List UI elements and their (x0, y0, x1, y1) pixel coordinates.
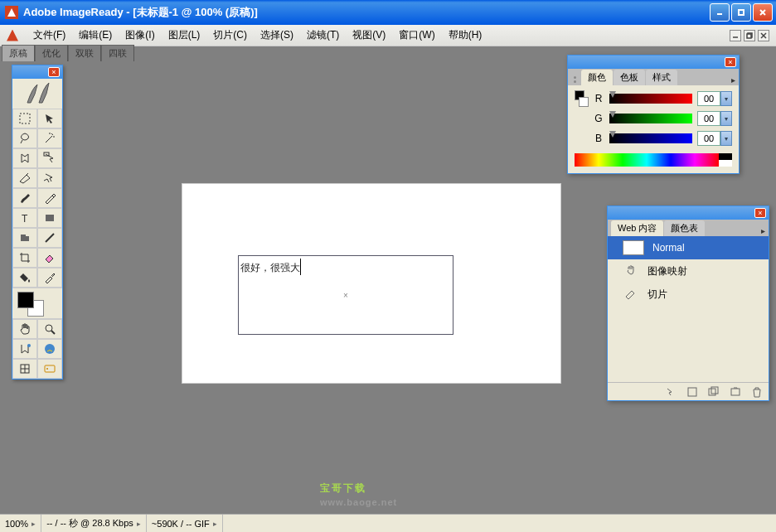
new-slice-icon[interactable] (686, 385, 699, 399)
tab-styles[interactable]: 样式 (646, 70, 677, 85)
menu-slices[interactable]: 切片(C) (206, 25, 254, 46)
wand-tool[interactable] (37, 128, 62, 148)
brush-tool[interactable] (12, 188, 37, 208)
marquee-tool[interactable] (12, 109, 37, 128)
tab-rect-tool[interactable] (12, 228, 37, 248)
color-panel-close-button[interactable]: × (725, 57, 736, 67)
center-mark-icon: × (343, 291, 348, 300)
web-item-slice[interactable]: 切片 (608, 283, 769, 306)
menu-image[interactable]: 图像(I) (119, 25, 161, 46)
text-bounding-box[interactable]: 很好，很强大 × (238, 255, 453, 335)
color-panel-titlebar[interactable]: × (568, 56, 739, 69)
tab-original[interactable]: 原稿 (2, 45, 35, 61)
delete-icon[interactable] (750, 385, 764, 399)
slice-select-tool[interactable] (37, 168, 62, 188)
slice-tool[interactable] (12, 168, 37, 188)
toolbox-close-button[interactable]: × (48, 67, 60, 77)
web-panel-titlebar[interactable]: × (608, 206, 769, 220)
mdi-restore-button[interactable] (744, 30, 755, 41)
zoom-level[interactable]: 100% (0, 515, 41, 532)
jump-to-photoshop-tool[interactable] (37, 359, 62, 379)
maximize-button[interactable] (731, 3, 751, 22)
tab-two-up[interactable]: 双联 (68, 45, 101, 61)
rollover-icon[interactable] (664, 385, 677, 399)
type-tool[interactable]: T (12, 208, 37, 228)
svg-point-17 (45, 344, 55, 354)
tab-color[interactable]: 颜色 (581, 70, 613, 85)
eraser-tool[interactable] (37, 248, 62, 268)
lasso-tool[interactable] (12, 128, 37, 148)
tab-color-table[interactable]: 颜色表 (664, 220, 705, 236)
app-icon (5, 6, 18, 19)
text-content[interactable]: 很好，很强大 (240, 258, 301, 275)
color-spectrum[interactable] (575, 153, 732, 167)
web-content-panel: × Web 内容 颜色表 Normal 图像映射 切片 (607, 206, 769, 401)
g-dropdown[interactable] (720, 111, 732, 126)
menu-select[interactable]: 选择(S) (254, 25, 300, 46)
r-slider[interactable] (609, 94, 692, 104)
svg-line-13 (46, 234, 54, 242)
new-layer-based-icon[interactable] (707, 385, 720, 399)
r-dropdown[interactable] (720, 91, 732, 106)
b-label: B (593, 133, 604, 144)
color-panel: × 颜色 色板 样式 R G (567, 55, 740, 174)
g-slider[interactable] (609, 114, 692, 123)
tab-four-up[interactable]: 四联 (101, 45, 134, 61)
web-panel-close-button[interactable]: × (754, 208, 766, 218)
mdi-minimize-button[interactable] (730, 30, 741, 41)
b-slider[interactable] (609, 133, 692, 143)
move-tool[interactable] (37, 109, 62, 128)
g-value-input[interactable] (697, 111, 720, 126)
foreground-color[interactable] (17, 292, 34, 308)
web-panel-menu-button[interactable] (757, 225, 769, 236)
menu-help[interactable]: 帮助(H) (442, 25, 489, 46)
web-panel-tabs: Web 内容 颜色表 (608, 220, 769, 236)
slice-icon (623, 288, 639, 301)
menu-filter[interactable]: 滤镜(T) (300, 25, 346, 46)
tab-optimized[interactable]: 优化 (35, 45, 68, 61)
statusbar: 100% -- / -- 秒 @ 28.8 Kbps ~590K / -- GI… (0, 514, 776, 532)
paint-bucket-tool[interactable] (12, 268, 37, 288)
rectangle-tool[interactable] (37, 208, 62, 228)
eyedropper-tool[interactable] (37, 268, 62, 288)
web-item-normal[interactable]: Normal (608, 236, 769, 259)
crop-tool[interactable] (12, 248, 37, 268)
zoom-tool[interactable] (37, 319, 62, 339)
svg-rect-25 (711, 387, 718, 394)
tab-web-content[interactable]: Web 内容 (611, 220, 663, 236)
g-label: G (593, 113, 604, 124)
file-size[interactable]: ~590K / -- GIF (147, 515, 223, 532)
mdi-close-button[interactable] (758, 30, 769, 41)
toggle-image-map-tool[interactable] (12, 339, 37, 359)
download-timing[interactable]: -- / -- 秒 @ 28.8 Kbps (41, 515, 147, 532)
panel-grip-icon[interactable] (571, 74, 581, 85)
close-button[interactable] (753, 3, 773, 22)
image-map-tool[interactable] (12, 148, 37, 168)
hand-tool[interactable] (12, 319, 37, 339)
b-value-input[interactable] (697, 131, 720, 146)
new-item-icon[interactable] (729, 385, 742, 399)
menu-edit[interactable]: 编辑(E) (72, 25, 119, 46)
b-dropdown[interactable] (720, 131, 732, 146)
color-panel-swatches[interactable] (575, 90, 588, 110)
menu-view[interactable]: 视图(V) (346, 25, 392, 46)
tab-swatches[interactable]: 色板 (614, 70, 645, 85)
document-canvas[interactable]: 很好，很强大 × (182, 184, 560, 383)
slice-label: 切片 (647, 288, 667, 302)
preview-browser-tool[interactable] (37, 339, 62, 359)
image-map-select-tool[interactable] (37, 148, 62, 168)
r-value-input[interactable] (697, 91, 720, 106)
toolbox-titlebar[interactable]: × (12, 65, 62, 79)
menu-window[interactable]: 窗口(W) (392, 25, 441, 46)
minimize-button[interactable] (710, 3, 730, 22)
panel-menu-button[interactable] (727, 74, 739, 85)
imageready-icon (5, 28, 20, 43)
web-item-image-map[interactable]: 图像映射 (608, 259, 769, 283)
toggle-slices-tool[interactable] (12, 359, 37, 379)
menu-layer[interactable]: 图层(L) (162, 25, 207, 46)
line-tool[interactable] (37, 228, 62, 248)
pencil-tool[interactable] (37, 188, 62, 208)
menu-file[interactable]: 文件(F) (27, 25, 72, 46)
svg-rect-6 (747, 34, 751, 38)
panel-background-swatch[interactable] (579, 97, 589, 107)
